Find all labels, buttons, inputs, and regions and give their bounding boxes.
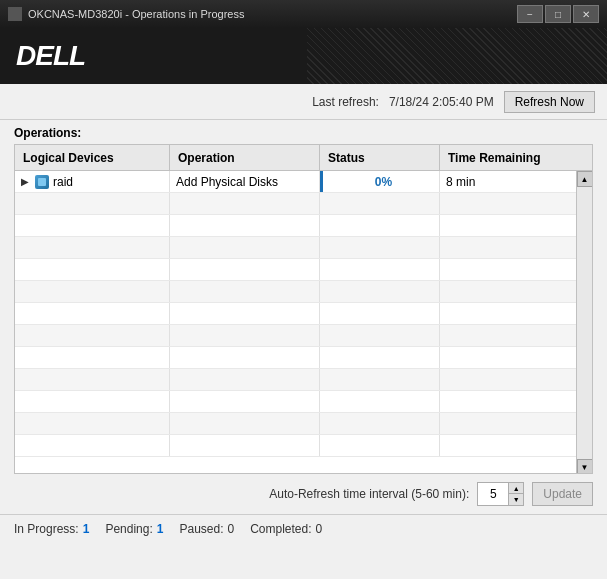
dell-logo: DELL bbox=[16, 40, 85, 72]
refresh-now-button[interactable]: Refresh Now bbox=[504, 91, 595, 113]
paused-label: Paused: bbox=[179, 522, 223, 536]
app-icon bbox=[8, 7, 22, 21]
col-status: Status bbox=[320, 145, 440, 170]
paused-count: 0 bbox=[228, 522, 235, 536]
refresh-timestamp: 7/18/24 2:05:40 PM bbox=[389, 95, 494, 109]
table-body: ▶ raid Add Physical Disks 0% 8 min bbox=[15, 171, 592, 474]
dell-header: DELL bbox=[0, 28, 607, 84]
table-row bbox=[15, 237, 592, 259]
in-progress-label: In Progress: bbox=[14, 522, 79, 536]
auto-refresh-label: Auto-Refresh time interval (5-60 min): bbox=[269, 487, 469, 501]
status-text: 0% bbox=[320, 175, 439, 189]
table-row: ▶ raid Add Physical Disks 0% 8 min bbox=[15, 171, 592, 193]
table-row bbox=[15, 369, 592, 391]
scrollbar-up-button[interactable]: ▲ bbox=[577, 171, 593, 187]
close-button[interactable]: ✕ bbox=[573, 5, 599, 23]
table-row bbox=[15, 325, 592, 347]
table-row bbox=[15, 215, 592, 237]
table-scrollbar: ▲ ▼ bbox=[576, 171, 592, 474]
interval-up-button[interactable]: ▲ bbox=[509, 483, 523, 494]
table-header: Logical Devices Operation Status Time Re… bbox=[15, 145, 592, 171]
table-row bbox=[15, 303, 592, 325]
expand-arrow-icon[interactable]: ▶ bbox=[21, 176, 31, 187]
col-time-remaining: Time Remaining bbox=[440, 145, 592, 170]
table-row bbox=[15, 435, 592, 457]
title-bar-controls: − □ ✕ bbox=[517, 5, 599, 23]
table-row bbox=[15, 193, 592, 215]
update-button[interactable]: Update bbox=[532, 482, 593, 506]
minimize-button[interactable]: − bbox=[517, 5, 543, 23]
completed-count: 0 bbox=[316, 522, 323, 536]
operations-table: Logical Devices Operation Status Time Re… bbox=[14, 144, 593, 474]
pending-status: Pending: 1 bbox=[105, 522, 179, 536]
last-refresh-label: Last refresh: bbox=[312, 95, 379, 109]
title-bar: OKCNAS-MD3820i - Operations in Progress … bbox=[0, 0, 607, 28]
device-name: raid bbox=[53, 175, 73, 189]
logical-device-cell: ▶ raid bbox=[15, 171, 170, 192]
status-cell: 0% bbox=[320, 171, 440, 192]
col-logical-devices: Logical Devices bbox=[15, 145, 170, 170]
pending-label: Pending: bbox=[105, 522, 152, 536]
in-progress-status: In Progress: 1 bbox=[14, 522, 105, 536]
interval-spinner: ▲ ▼ bbox=[477, 482, 524, 506]
interval-down-button[interactable]: ▼ bbox=[509, 494, 523, 505]
paused-status: Paused: 0 bbox=[179, 522, 250, 536]
interval-input[interactable] bbox=[478, 483, 508, 505]
window-title: OKCNAS-MD3820i - Operations in Progress bbox=[28, 8, 244, 20]
bottom-controls: Auto-Refresh time interval (5-60 min): ▲… bbox=[0, 474, 607, 514]
completed-status: Completed: 0 bbox=[250, 522, 338, 536]
table-row bbox=[15, 281, 592, 303]
time-remaining-cell: 8 min bbox=[440, 171, 592, 192]
scrollbar-track bbox=[577, 187, 592, 459]
device-icon bbox=[35, 175, 49, 189]
pending-count: 1 bbox=[157, 522, 164, 536]
in-progress-count: 1 bbox=[83, 522, 90, 536]
title-bar-left: OKCNAS-MD3820i - Operations in Progress bbox=[8, 7, 244, 21]
table-row bbox=[15, 259, 592, 281]
operation-cell: Add Physical Disks bbox=[170, 171, 320, 192]
col-operation: Operation bbox=[170, 145, 320, 170]
table-row bbox=[15, 347, 592, 369]
status-bar-indicator bbox=[320, 171, 323, 192]
table-row bbox=[15, 413, 592, 435]
table-row bbox=[15, 391, 592, 413]
maximize-button[interactable]: □ bbox=[545, 5, 571, 23]
status-footer: In Progress: 1 Pending: 1 Paused: 0 Comp… bbox=[0, 514, 607, 542]
refresh-bar: Last refresh: 7/18/24 2:05:40 PM Refresh… bbox=[0, 84, 607, 120]
operations-label: Operations: bbox=[0, 120, 607, 144]
completed-label: Completed: bbox=[250, 522, 311, 536]
scrollbar-down-button[interactable]: ▼ bbox=[577, 459, 593, 474]
